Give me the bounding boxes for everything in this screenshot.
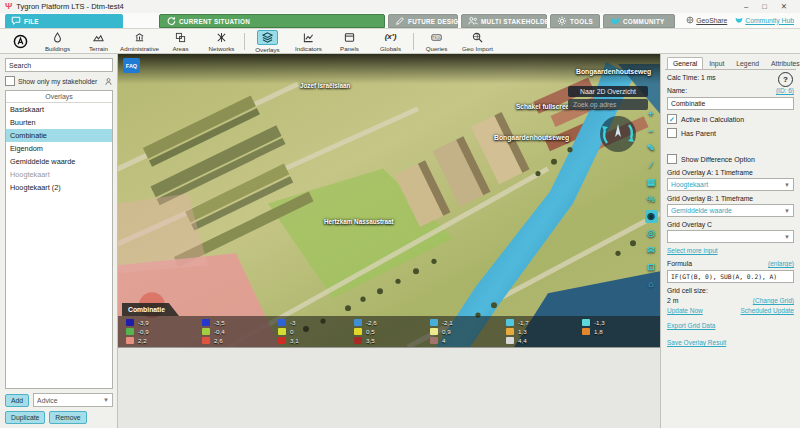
legend-entry: -1,3 [582, 319, 658, 326]
panel-tab-input[interactable]: Input [703, 57, 730, 69]
legend-value: -0,4 [214, 328, 225, 335]
ribbon-item-terrain[interactable]: Terrain [78, 31, 119, 52]
legend-swatch [506, 328, 514, 335]
tab-file[interactable]: FILE [5, 14, 123, 28]
id-link[interactable]: (ID: 6) [776, 87, 794, 94]
legend-entry: -2,6 [354, 319, 430, 326]
administrative-icon [134, 31, 145, 44]
panels-icon [344, 31, 355, 44]
remove-button[interactable]: Remove [49, 411, 86, 424]
legend-entry: 2,2 [126, 337, 202, 344]
globe-icon[interactable]: ◎ [645, 227, 658, 240]
zoom-in-icon[interactable]: + [645, 108, 658, 121]
faq-button[interactable]: FAQ [123, 58, 140, 73]
grid-overlay-b-select[interactable]: Gemiddelde waarde▼ [667, 204, 794, 217]
menu-tab-bar: FILECURRENT SITUATIONFUTURE DESIGNMULTI … [0, 13, 800, 29]
ribbon-item-administrative[interactable]: Administrative [119, 31, 160, 52]
tab-current-situation[interactable]: CURRENT SITUATION [159, 14, 385, 28]
overlay-list-item-combinatie[interactable]: Combinatie [6, 129, 112, 142]
has-parent-label: Has Parent [681, 130, 716, 137]
change-grid-link[interactable]: (Change Grid) [753, 297, 794, 304]
legend-swatch [354, 319, 362, 326]
grid-overlay-a-select[interactable]: Hoogtekaart▼ [667, 178, 794, 191]
geoshare-link[interactable]: GeoShare [686, 16, 727, 24]
community-hub-link[interactable]: Community Hub [735, 16, 794, 24]
duplicate-button[interactable]: Duplicate [5, 411, 45, 424]
legend-swatch [278, 328, 286, 335]
ribbon-item-overlays[interactable]: Overlays [247, 30, 288, 53]
ribbon-item-networks[interactable]: Networks [201, 31, 242, 52]
viewport-area: FAQ Jozef IsraëlslaanBongaardenhoutseweg… [118, 54, 660, 428]
overlay-list-item-hoogtekaart-2[interactable]: Hoogtekaart (2) [6, 181, 112, 194]
export-grid-data-link[interactable]: Export Grid Data [667, 322, 794, 329]
enlarge-link[interactable]: (enlarge) [768, 260, 794, 267]
legend-entry: -1,7 [506, 319, 582, 326]
add-type-dropdown[interactable]: Advice ▼ [33, 393, 113, 407]
grid-overlay-c-select[interactable]: ▼ [667, 230, 794, 243]
ribbon-item-indicators[interactable]: Indicators [288, 31, 329, 52]
show-difference-checkbox[interactable] [667, 154, 677, 164]
ribbon-item-queries[interactable]: TSQLQueries [416, 31, 457, 52]
grid-cell-size-value: 2 m [667, 297, 678, 304]
legend-value: -1,3 [594, 319, 605, 326]
map-3d-viewport[interactable]: FAQ Jozef IsraëlslaanBongaardenhoutseweg… [118, 54, 660, 348]
chat-icon[interactable]: ✉ [645, 244, 658, 257]
scheduled-update-link[interactable]: Scheduled Update [741, 307, 795, 314]
zoom-out-icon[interactable]: − [645, 125, 658, 138]
tab-future-design[interactable]: FUTURE DESIGN [388, 14, 458, 28]
ribbon-item-areas[interactable]: Areas [160, 31, 201, 52]
draw-icon[interactable]: ✎ [645, 142, 658, 155]
legend-swatch [202, 337, 210, 344]
overlay-list-item-eigendom[interactable]: Eigendom [6, 142, 112, 155]
overlay-list-item-basiskaart[interactable]: Basiskaart [6, 103, 112, 116]
legend-swatch [278, 337, 286, 344]
overlay-list-item-hoogtekaart[interactable]: Hoogtekaart [6, 168, 112, 181]
close-button[interactable]: ✕ [781, 2, 787, 11]
measure-icon[interactable]: ∕ [645, 159, 658, 172]
minimize-button[interactable]: – [744, 2, 748, 11]
select-more-input-link[interactable]: Select more input [667, 247, 794, 254]
overlay-list-item-buurten[interactable]: Buurten [6, 116, 112, 129]
fullscreen-icon[interactable]: ⊡ [645, 261, 658, 274]
overlay-list-item-gemiddelde-waarde[interactable]: Gemiddelde waarde [6, 155, 112, 168]
camera-icon[interactable]: ◉ [645, 210, 658, 223]
panel-tab-attributes[interactable]: Attributes [765, 57, 800, 69]
panel-tab-general[interactable]: General [667, 57, 703, 69]
chevron-down-icon: ▼ [784, 234, 790, 240]
save-overlay-result-link[interactable]: Save Overlay Result [667, 339, 794, 346]
percent-icon[interactable]: % [645, 193, 658, 206]
maximize-button[interactable]: □ [762, 2, 767, 11]
compass-control[interactable] [596, 112, 640, 160]
show-only-my-stakeholder-checkbox[interactable] [5, 76, 15, 86]
ribbon-item-geo-import[interactable]: Geo Import [457, 31, 498, 52]
panel-tab-legend[interactable]: Legend [730, 57, 765, 69]
legend-value: 0,9 [442, 328, 451, 335]
add-button[interactable]: Add [5, 394, 29, 407]
legend-swatch [506, 319, 514, 326]
active-in-calculation-label: Active in Calculation [681, 116, 744, 123]
name-input[interactable]: Combinatie [667, 97, 794, 110]
has-parent-checkbox[interactable] [667, 128, 677, 138]
ribbon-item-globals[interactable]: (x′)Globals [370, 31, 411, 52]
address-search-input[interactable]: Zoek op adres [568, 99, 648, 110]
ribbon-toolbar: BuildingsTerrainAdministrativeAreasNetwo… [0, 29, 800, 54]
help-button[interactable]: ? [778, 72, 793, 87]
layers-icon[interactable]: ▤ [645, 176, 658, 189]
tab-tools[interactable]: TOOLS [550, 14, 600, 28]
home-icon[interactable]: ⌂ [645, 278, 658, 291]
ribbon-item-panels[interactable]: Panels [329, 31, 370, 52]
terrain-icon [93, 31, 104, 44]
stakeholder-filter-icon[interactable] [104, 77, 113, 86]
update-now-link[interactable]: Update Now [667, 307, 703, 314]
search-input[interactable]: Search [5, 58, 113, 72]
formula-input[interactable]: IF(GT(B, 0), SUB(A, 0.2), A) [667, 270, 794, 283]
active-in-calculation-checkbox[interactable]: ✓ [667, 114, 677, 124]
map-3d-scene[interactable] [118, 54, 660, 347]
to-2d-overview-button[interactable]: Naar 2D Overzicht [568, 86, 648, 97]
globe-icon [686, 16, 694, 24]
legend-swatch [354, 328, 362, 335]
tab-multi-stakeholder[interactable]: MULTI STAKEHOLDER [461, 14, 547, 28]
tygron-a-logo-icon [3, 34, 37, 49]
tab-community[interactable]: COMMUNITY [603, 14, 675, 28]
ribbon-item-buildings[interactable]: Buildings [37, 31, 78, 52]
